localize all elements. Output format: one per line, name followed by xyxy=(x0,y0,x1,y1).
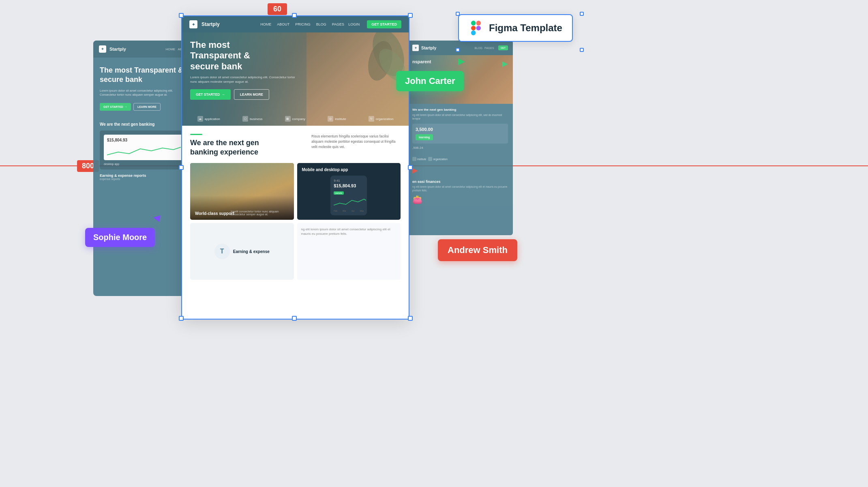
grid-card-status: pamela xyxy=(334,191,343,195)
lower-title-block: We are the next gen banking experience xyxy=(190,134,303,157)
rc-arrow-icon: ▶ xyxy=(502,59,508,68)
hero-pills: ☁ application ⬡ business ▦ company ◎ ins… xyxy=(182,116,409,122)
app-card-content: ng elit lorem ipsum dolor sit amet conse… xyxy=(297,223,401,240)
main-nav-logo-icon: ✦ xyxy=(189,20,197,28)
left-card-nav: ✦ Startply HOME ABOUT xyxy=(93,41,195,58)
main-card-lower: We are the next gen banking experience R… xyxy=(182,126,409,280)
left-learn-more-btn[interactable]: LEARN MORE xyxy=(133,103,161,111)
pill-application: ☁ application xyxy=(197,116,220,122)
left-app-inner: $15,804.93 xyxy=(104,135,184,160)
figma-handle-bl[interactable] xyxy=(456,48,460,52)
left-get-started-btn[interactable]: GET STARTED → xyxy=(100,103,131,111)
svg-rect-3 xyxy=(471,21,476,26)
rc-cta-btn: GET xyxy=(498,45,508,50)
red-arrow-icon: ▶ xyxy=(412,166,418,174)
application-icon: ☁ xyxy=(197,116,203,122)
svg-rect-5 xyxy=(471,26,476,30)
company-icon: ▦ xyxy=(285,116,291,122)
selection-handle-ml[interactable] xyxy=(179,165,184,170)
pill-institute: ◎ institute xyxy=(328,116,346,122)
andrew-badge[interactable]: Andrew Smith xyxy=(438,239,517,261)
figma-handle-br[interactable] xyxy=(580,48,584,52)
rc-amount-2: ,506.24 xyxy=(412,146,508,150)
figma-handle-tl[interactable] xyxy=(456,12,460,16)
app-card-desc: ng elit lorem ipsum dolor sit amet conse… xyxy=(301,227,397,236)
rc-hero-title: nsparent xyxy=(412,59,431,64)
rc-lower2-title: en easi finances xyxy=(412,180,508,184)
main-nav-brand: Startply xyxy=(201,21,220,27)
figma-handle-tr[interactable] xyxy=(580,12,584,16)
hero-title: The most Transparent & secure bank xyxy=(190,40,300,72)
left-app-card: $15,804.93 desktop app xyxy=(100,131,188,169)
left-card-buttons: GET STARTED → LEARN MORE xyxy=(100,103,188,111)
rc-institute-pill: institute xyxy=(412,157,426,161)
left-card-hero: The most Transparent & secure bank Lorem… xyxy=(93,58,195,116)
selection-handle-mr[interactable] xyxy=(408,165,413,170)
rc-section-label: We are the next gen banking xyxy=(412,108,508,112)
grid-card-support-label: World-class support xyxy=(195,211,234,216)
lower-description: Risus elementum fringilla scelerisque va… xyxy=(311,134,401,149)
figma-template-badge[interactable]: Figma Template xyxy=(458,14,573,42)
rc-nav-links: BLOG PAGES xyxy=(475,47,494,49)
earn-card-inner: T Earning & expense xyxy=(210,240,274,263)
lower-title: We are the next gen banking experience xyxy=(190,138,303,157)
pill-company: ▦ company xyxy=(285,116,305,122)
rc-organization-pill: organization xyxy=(428,157,447,161)
dimension-badge-60: 60 xyxy=(268,3,287,15)
selection-handle-tl[interactable] xyxy=(179,13,184,18)
nav-cta-btn[interactable]: GET STARTED xyxy=(367,20,401,28)
institute-icon: ◎ xyxy=(328,116,333,122)
lower-grid: World-class support Ingelit consectetur … xyxy=(190,163,401,280)
rc-lower2-text: ng elit lorem ipsum dolor sit amet conse… xyxy=(412,185,508,192)
svg-rect-7 xyxy=(471,30,476,35)
nav-pricing[interactable]: PRICING xyxy=(295,22,311,26)
rc-lower-2: en easi finances ng elit lorem ipsum dol… xyxy=(407,176,513,208)
left-card-lower: We are the next gen banking $15,804.93 d… xyxy=(93,116,195,187)
john-badge[interactable]: John Carter xyxy=(396,71,464,91)
left-report: Earning & expense reports expense report… xyxy=(100,174,188,180)
left-nav-home: HOME xyxy=(165,47,175,51)
main-nav-links: HOME ABOUT PRICING BLOG PAGES xyxy=(260,22,344,26)
right-card: ✦ Startply BLOG PAGES GET nsparent ▶ We … xyxy=(407,41,513,235)
earn-label: Earning & expense xyxy=(233,249,270,254)
nav-login[interactable]: LOGIN xyxy=(348,22,360,26)
rc-blog: BLOG xyxy=(475,47,482,49)
pill-organization: ↻ organization xyxy=(369,116,394,122)
lower-accent-bar xyxy=(190,134,202,135)
hero-learn-more-btn[interactable]: LEARN MORE xyxy=(234,89,269,100)
selection-handle-tm[interactable] xyxy=(292,13,297,18)
earn-text: Earning & expense xyxy=(233,249,270,254)
selection-handle-tr[interactable] xyxy=(408,13,413,18)
left-card-logo-icon: ✦ xyxy=(99,45,106,53)
left-card-title: The most Transparent & secure bank xyxy=(100,66,188,85)
wallet-icon: 👛 xyxy=(412,195,508,204)
left-amount: $15,804.93 xyxy=(107,138,181,142)
figma-template-label: Figma Template xyxy=(489,22,562,34)
grid-card-app: ng elit lorem ipsum dolor sit amet conse… xyxy=(297,223,401,280)
pill-business: ⬡ business xyxy=(242,116,263,122)
left-report-title: Earning & expense reports xyxy=(100,174,188,178)
john-arrow-icon: ◀ xyxy=(458,56,465,67)
figma-logo-icon xyxy=(469,21,483,35)
nav-pages[interactable]: PAGES xyxy=(332,22,344,26)
hero-get-started-btn[interactable]: GET STARTED → xyxy=(190,89,231,100)
rc-lower-1: We are the next gen banking ng elit lore… xyxy=(407,104,513,154)
selection-handle-bl[interactable] xyxy=(179,316,184,321)
rc-pages: PAGES xyxy=(484,47,494,49)
grid-card-amount: $15,804.93 xyxy=(334,183,364,188)
hero-content: The most Transparent & secure bank Lorem… xyxy=(190,40,300,100)
nav-blog[interactable]: BLOG xyxy=(316,22,326,26)
nav-home[interactable]: HOME xyxy=(260,22,271,26)
rc-lower-text: ng elit lorem ipsum dolor sit amet conse… xyxy=(412,113,508,120)
hero-buttons: GET STARTED → LEARN MORE xyxy=(190,89,300,100)
rc-btn[interactable]: learning xyxy=(416,134,433,140)
left-lower-title: We are the next gen banking xyxy=(100,122,188,127)
selection-handle-bm[interactable] xyxy=(292,316,297,321)
selection-handle-br[interactable] xyxy=(408,316,413,321)
grid-card-mobile-label: Mobile and desktop app xyxy=(302,167,396,172)
sophie-badge[interactable]: Sophie Moore xyxy=(85,228,155,247)
main-card-hero: The most Transparent & secure bank Lorem… xyxy=(182,32,409,126)
grid-card-earning: T Earning & expense xyxy=(190,223,294,280)
nav-about[interactable]: ABOUT xyxy=(277,22,289,26)
rc-app-card: 3,500.00 learning xyxy=(412,124,508,144)
